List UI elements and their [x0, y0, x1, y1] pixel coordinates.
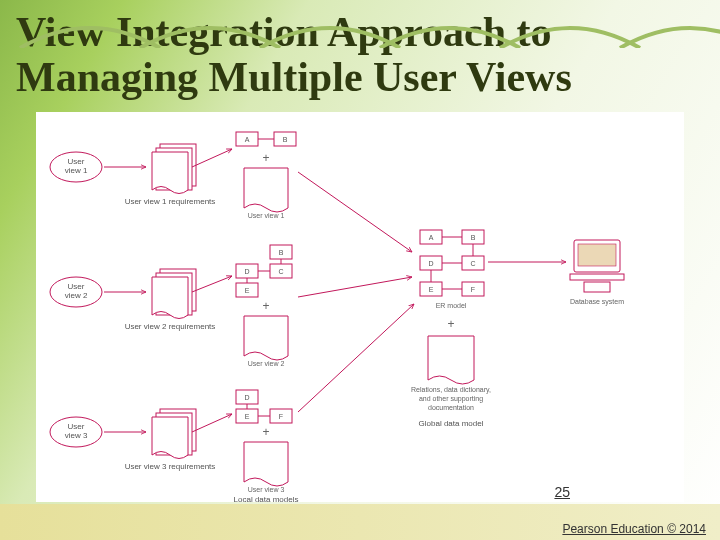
entity-a-1: A [245, 136, 250, 143]
req-label-3: User view 3 requirements [125, 462, 216, 471]
oval-user-view-1: User [68, 157, 85, 166]
entity-f-3: F [279, 413, 283, 420]
copyright: Pearson Education © 2014 [562, 522, 706, 536]
doc-stack-2 [152, 269, 196, 319]
entity-e-3: E [245, 413, 250, 420]
req-label-1: User view 1 requirements [125, 197, 216, 206]
page-number: 25 [554, 484, 570, 500]
svg-rect-58 [570, 274, 624, 280]
svg-text:+: + [447, 317, 454, 331]
doc-label-1: User view 1 [248, 212, 285, 219]
svg-text:Relations, data dictionary,: Relations, data dictionary, [411, 386, 491, 394]
entity-d-2: D [244, 268, 249, 275]
svg-text:+: + [262, 299, 269, 313]
er-e: E [429, 286, 434, 293]
svg-line-39 [298, 304, 414, 412]
plus-icon: + [262, 151, 269, 165]
er-a: A [429, 234, 434, 241]
global-data-model-label: Global data model [419, 419, 484, 428]
er-model-label: ER model [436, 302, 467, 309]
doc-label-3: User view 3 [248, 486, 285, 493]
svg-text:User: User [68, 422, 85, 431]
svg-text:User: User [68, 282, 85, 291]
svg-text:view 3: view 3 [65, 431, 88, 440]
svg-text:view 1: view 1 [65, 166, 88, 175]
svg-rect-59 [584, 282, 610, 292]
er-b: B [471, 234, 476, 241]
entity-e-2: E [245, 287, 250, 294]
doc-stack-1 [152, 144, 196, 194]
svg-rect-57 [578, 244, 616, 266]
svg-text:+: + [262, 425, 269, 439]
database-system-icon [570, 240, 624, 292]
svg-text:and other supporting: and other supporting [419, 395, 483, 403]
diagram-figure: User view 1 User view 1 requirements A B… [36, 112, 684, 502]
doc-label-2: User view 2 [248, 360, 285, 367]
svg-line-37 [298, 172, 412, 252]
local-data-models-label: Local data models [234, 495, 299, 502]
svg-line-5 [192, 149, 232, 167]
entity-b-1: B [283, 136, 288, 143]
entity-c-2: C [278, 268, 283, 275]
entity-d-3: D [244, 394, 249, 401]
svg-line-15 [192, 276, 232, 292]
er-f: F [471, 286, 475, 293]
svg-line-38 [298, 277, 412, 297]
req-label-2: User view 2 requirements [125, 322, 216, 331]
database-system-label: Database system [570, 298, 624, 306]
footer-arches [0, 0, 720, 48]
svg-line-30 [192, 414, 232, 432]
doc-stack-3 [152, 409, 196, 459]
entity-b-2: B [279, 249, 284, 256]
er-d: D [428, 260, 433, 267]
svg-text:view 2: view 2 [65, 291, 88, 300]
svg-text:documentation: documentation [428, 404, 474, 411]
er-c: C [470, 260, 475, 267]
